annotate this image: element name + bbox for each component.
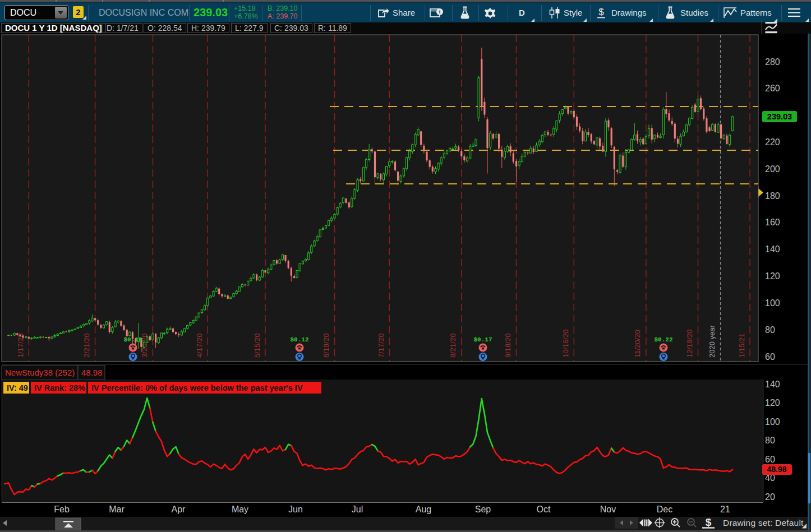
svg-text:Aug: Aug [416, 505, 431, 514]
svg-text:NewStudy38 (252): NewStudy38 (252) [5, 368, 75, 377]
svg-text:8/21/20: 8/21/20 [449, 334, 457, 358]
svg-text:120: 120 [765, 271, 780, 281]
svg-text:Apr: Apr [172, 505, 186, 514]
svg-text:140: 140 [765, 244, 780, 254]
svg-text:Dec: Dec [657, 505, 672, 514]
svg-text:2/21/20: 2/21/20 [82, 334, 91, 358]
svg-text:Feb: Feb [54, 505, 70, 514]
svg-text:Nov: Nov [600, 505, 616, 514]
svg-text:$0.18: $0.18 [123, 336, 142, 343]
svg-text:1/15/21: 1/15/21 [738, 334, 746, 358]
svg-text:60: 60 [765, 352, 775, 362]
svg-text:IV Rank: 28%: IV Rank: 28% [34, 383, 85, 392]
svg-text:May: May [232, 505, 248, 514]
svg-text:Drawing set: Default: Drawing set: Default [723, 518, 804, 528]
svg-text:$0.17: $0.17 [473, 336, 492, 343]
svg-text:180: 180 [765, 191, 780, 201]
svg-text:Sep: Sep [475, 505, 491, 514]
svg-text:$0.12: $0.12 [290, 336, 308, 343]
svg-text:100: 100 [765, 298, 780, 308]
svg-text:120: 120 [765, 398, 780, 408]
svg-text:4/17/20: 4/17/20 [195, 334, 204, 358]
svg-text:5/15/20: 5/15/20 [253, 334, 261, 358]
svg-text:48.98: 48.98 [81, 368, 103, 377]
svg-text:21: 21 [720, 505, 730, 514]
svg-text:260: 260 [765, 84, 780, 93]
svg-text:10/16/20: 10/16/20 [561, 329, 570, 358]
svg-text:IV: 49: IV: 49 [7, 383, 28, 392]
svg-text:80: 80 [765, 325, 775, 335]
svg-text:20: 20 [765, 492, 775, 502]
svg-text:Jun: Jun [288, 505, 303, 514]
svg-text:160: 160 [765, 218, 780, 227]
svg-text:60: 60 [765, 455, 775, 464]
svg-text:12/18/20: 12/18/20 [685, 329, 694, 358]
svg-text:7/17/20: 7/17/20 [377, 334, 385, 358]
svg-text:280: 280 [765, 57, 780, 67]
svg-text:48.98: 48.98 [767, 465, 786, 474]
svg-text:Oct: Oct [537, 505, 551, 514]
svg-text:Jul: Jul [352, 505, 363, 514]
svg-text:239.03: 239.03 [767, 112, 792, 121]
svg-text:$: $ [598, 7, 604, 17]
svg-text:100: 100 [765, 417, 780, 427]
svg-text:IV Percentile: 0% of days were: IV Percentile: 0% of days were below the… [91, 383, 303, 392]
svg-text:6/19/20: 6/19/20 [322, 334, 330, 358]
svg-text:80: 80 [765, 436, 775, 445]
svg-text:200: 200 [765, 164, 780, 174]
svg-text:140: 140 [765, 380, 780, 389]
svg-text:$: $ [706, 516, 712, 528]
svg-text:2020 year: 2020 year [708, 325, 716, 358]
svg-text:220: 220 [765, 137, 780, 147]
svg-text:11/20/20: 11/20/20 [633, 330, 642, 358]
svg-text:9/18/20: 9/18/20 [504, 334, 512, 358]
svg-text:Mar: Mar [109, 505, 125, 514]
svg-text:$0.22: $0.22 [654, 336, 672, 343]
